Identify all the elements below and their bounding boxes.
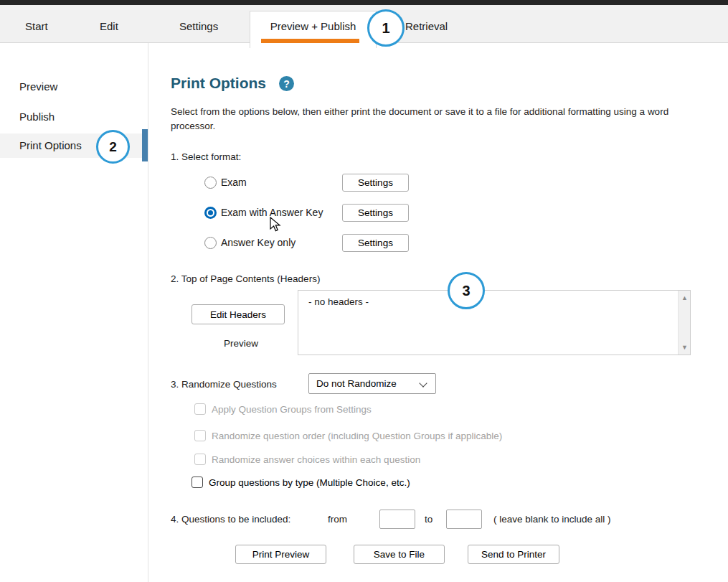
checkbox-row-randomize-answer-choices: Randomize answer choices within each que… xyxy=(194,454,420,465)
sidebar-item-print-options-label: Print Options xyxy=(19,139,82,151)
checkbox-randomize-question-order xyxy=(194,430,206,441)
checkbox-row-randomize-question-order: Randomize question order (including Ques… xyxy=(194,430,502,441)
headers-preview-content: - no headers - xyxy=(308,296,369,307)
annotation-step-3: 3 xyxy=(448,272,485,309)
radio-exam-with-answer-key[interactable] xyxy=(204,207,217,219)
tab-settings[interactable]: Settings xyxy=(179,20,218,32)
tab-start[interactable]: Start xyxy=(25,20,48,32)
sidebar-active-indicator xyxy=(142,129,148,161)
format-section-label: 1. Select format: xyxy=(171,151,241,162)
checkbox-group-questions-by-type[interactable] xyxy=(192,477,203,488)
active-tab-underline xyxy=(261,39,359,43)
randomize-dropdown-value: Do not Randomize xyxy=(316,378,397,389)
tab-preview-publish[interactable]: Preview + Publish xyxy=(250,11,377,48)
to-input[interactable] xyxy=(446,510,482,529)
edit-headers-button[interactable]: Edit Headers xyxy=(192,304,285,324)
radio-answer-key-only[interactable] xyxy=(204,237,217,249)
radio-exam-label: Exam xyxy=(221,177,247,188)
from-input[interactable] xyxy=(379,510,415,529)
page-title: Print Options xyxy=(171,75,266,92)
radio-option-answer-key-only[interactable]: Answer Key only xyxy=(204,233,296,252)
mouse-cursor-icon xyxy=(269,217,281,233)
window-top-strip xyxy=(0,0,728,5)
tab-retrieval[interactable]: Retrieval xyxy=(405,20,448,32)
to-label: to xyxy=(425,514,432,525)
annotation-step-2: 2 xyxy=(96,130,130,164)
randomize-section-label: 3. Randomize Questions xyxy=(171,379,277,390)
radio-answer-key-only-label: Answer Key only xyxy=(221,237,296,248)
sidebar-item-preview[interactable]: Preview xyxy=(19,80,57,93)
checkbox-apply-question-groups xyxy=(194,403,206,415)
print-options-window: Start Edit Settings Preview + Publish Re… xyxy=(0,0,728,582)
sidebar-item-publish[interactable]: Publish xyxy=(19,111,55,123)
chevron-down-icon xyxy=(419,379,427,387)
headers-preview-scrollbar[interactable]: ▲ ▼ xyxy=(678,291,690,355)
radio-option-exam-with-answer-key[interactable]: Exam with Answer Key xyxy=(204,203,323,222)
headers-preview-box: - no headers - ▲ ▼ xyxy=(298,290,691,355)
print-preview-button[interactable]: Print Preview xyxy=(235,545,326,564)
range-section-label: 4. Questions to be included: xyxy=(171,514,290,525)
tab-preview-publish-label: Preview + Publish xyxy=(250,20,376,32)
headers-section-label: 2. Top of Page Contents (Headers) xyxy=(171,273,320,284)
from-label: from xyxy=(328,514,347,525)
checkbox-group-questions-by-type-label: Group questions by type (Multiple Choice… xyxy=(209,477,410,488)
checkbox-row-apply-question-groups: Apply Question Groups from Settings xyxy=(194,403,372,415)
save-to-file-button[interactable]: Save to File xyxy=(354,545,445,564)
annotation-step-1: 1 xyxy=(367,9,405,47)
radio-option-exam[interactable]: Exam xyxy=(204,173,247,192)
main-tab-bar: Start Edit Settings Preview + Publish Re… xyxy=(0,5,728,43)
send-to-printer-button[interactable]: Send to Printer xyxy=(468,545,559,564)
headers-preview-label: Preview xyxy=(186,338,258,349)
checkbox-row-group-questions-by-type[interactable]: Group questions by type (Multiple Choice… xyxy=(192,477,410,488)
checkbox-randomize-answer-choices xyxy=(194,454,206,465)
sidebar: Preview Publish Print Options xyxy=(0,43,148,582)
radio-exam[interactable] xyxy=(204,177,217,189)
exam-settings-button[interactable]: Settings xyxy=(342,174,409,192)
exam-with-answer-key-settings-button[interactable]: Settings xyxy=(342,204,409,222)
checkbox-randomize-answer-choices-label: Randomize answer choices within each que… xyxy=(212,454,420,465)
checkbox-randomize-question-order-label: Randomize question order (including Ques… xyxy=(212,431,502,441)
page-description: Select from the options below, then eith… xyxy=(171,105,712,133)
answer-key-only-settings-button[interactable]: Settings xyxy=(342,234,409,252)
scroll-up-icon[interactable]: ▲ xyxy=(679,292,691,304)
tab-edit[interactable]: Edit xyxy=(100,20,118,32)
randomize-dropdown[interactable]: Do not Randomize xyxy=(308,373,436,394)
scroll-down-icon[interactable]: ▼ xyxy=(679,342,691,353)
checkbox-apply-question-groups-label: Apply Question Groups from Settings xyxy=(212,404,372,415)
range-hint: ( leave blank to include all ) xyxy=(493,514,611,525)
help-icon[interactable]: ? xyxy=(279,76,294,91)
